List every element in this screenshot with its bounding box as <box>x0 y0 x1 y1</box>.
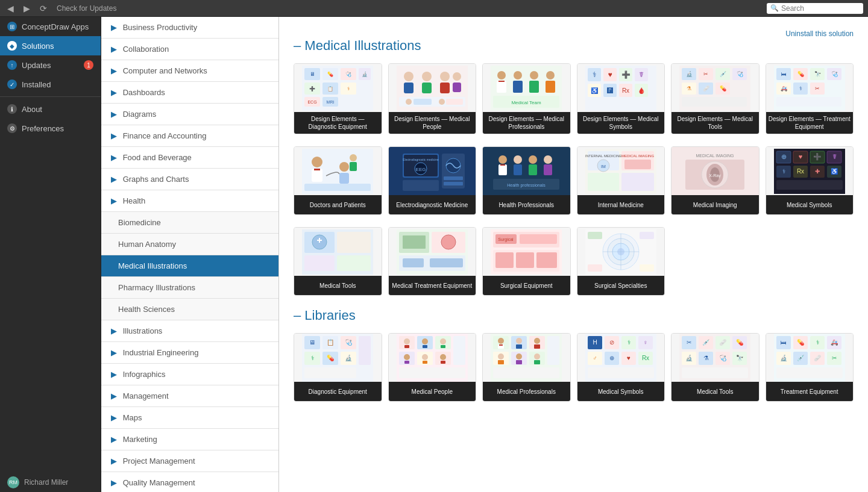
sec-item-graphs-icon: ▶ <box>111 175 117 184</box>
sec-item-illustrations[interactable]: ▶ Illustrations <box>101 320 278 342</box>
sec-item-project[interactable]: ▶ Project Management <box>101 450 278 472</box>
sec-item-industrial[interactable]: ▶ Industrial Engineering <box>101 342 278 364</box>
sidebar-item-apps[interactable]: ⊞ ConceptDraw Apps <box>0 17 101 36</box>
search-box[interactable]: 🔍 <box>767 3 863 14</box>
sec-item-marketing[interactable]: ▶ Marketing <box>101 429 278 450</box>
svg-rect-231 <box>441 361 445 364</box>
lib-card-people[interactable]: Medical People <box>388 333 477 402</box>
card-img-doctors <box>294 147 382 195</box>
card-electro[interactable]: Electrodiagnostic medicine EEG Electrodi… <box>388 146 477 215</box>
card-diagnostic-equipment[interactable]: 🖥 💊 🩺 ➕ 📋 ⚕ 🔬 ECG MRI Design Elements — … <box>294 63 382 134</box>
sec-sub-biomedicine-label: Biomedicine <box>118 218 161 227</box>
svg-text:📋: 📋 <box>327 338 335 346</box>
svg-text:Rx: Rx <box>622 87 629 94</box>
sidebar-item-updates[interactable]: ↑ Updates 1 <box>0 55 101 75</box>
sec-item-finance-label: Finance and Accounting <box>123 131 207 140</box>
card-label-r2-3: Internal Medicine <box>577 195 665 214</box>
sec-item-business[interactable]: ▶ Business Productivity <box>101 17 278 39</box>
main-layout: ⊞ ConceptDraw Apps ◆ Solutions ↑ Updates… <box>0 17 868 492</box>
lib-card-professionals[interactable]: Medical Professionals <box>482 333 571 402</box>
card-treatment-equip[interactable]: Medical Treatment Equipment <box>388 227 477 296</box>
svg-text:✂: ✂ <box>687 339 691 346</box>
solutions-icon: ◆ <box>7 41 17 51</box>
sec-item-health[interactable]: ▶ Health <box>101 190 278 212</box>
svg-text:Rx: Rx <box>642 355 649 361</box>
lib-card-diagnostic[interactable]: 🖥 📋 🩺 ⚕ 💊 🔬 Diagnostic Equipment <box>294 333 382 402</box>
section1-title: – Medical Illustrations <box>294 38 854 54</box>
svg-rect-195 <box>588 264 602 272</box>
card-medical-symbols[interactable]: ⚕ ♥ ➕ ☤ ♿ 🅿 Rx 🩸 Design Elements — Medic… <box>577 63 665 134</box>
card-surgical-specialties[interactable]: Surgical Specialties <box>577 227 665 296</box>
card-medical-imaging[interactable]: MEDICAL IMAGING X-Ray Medical Imaging <box>671 146 760 215</box>
sec-item-infographics[interactable]: ▶ Infographics <box>101 364 278 385</box>
lib-card-symbols[interactable]: H ⊘ ⚕ ♀ ♂ ⊕ ♥ Rx Medical Symbols <box>577 333 665 402</box>
card-medical-tools[interactable]: 🔬 ✂ 💉 🩺 ⚗ 🩹 💊 Design Elements — Medical … <box>671 63 760 134</box>
lib-card-treatment[interactable]: 🛏 💊 ⚕ 🚑 🔬 💉 🩹 ✂ Treatment Equipment <box>766 333 854 402</box>
sec-item-dashboards[interactable]: ▶ Dashboards <box>101 82 278 104</box>
secondary-sidebar: ▶ Business Productivity ▶ Collaboration … <box>101 17 279 492</box>
card-doctors-patients[interactable]: Doctors and Patients <box>294 146 382 215</box>
sec-sub-health-sciences[interactable]: Health Sciences <box>101 299 278 320</box>
svg-rect-94 <box>776 97 841 107</box>
card-treatment-equipment[interactable]: 🛏 💊 🔭 🩺 🚑 ⚕ ✂ Design Elements — Treatmen… <box>766 63 854 134</box>
search-input[interactable] <box>781 4 860 13</box>
svg-text:☤: ☤ <box>639 70 644 79</box>
sec-item-computer[interactable]: ▶ Computer and Networks <box>101 60 278 82</box>
back-button[interactable]: ◀ <box>5 2 16 14</box>
card-label-1: Design Elements — Medical People <box>389 112 476 134</box>
card-surgical-equipment[interactable]: Surgical Surgical Equipment <box>482 227 571 296</box>
svg-point-252 <box>534 353 540 360</box>
svg-rect-36 <box>498 81 505 82</box>
svg-rect-167 <box>337 232 371 253</box>
svg-point-249 <box>516 353 522 360</box>
svg-point-39 <box>530 71 538 79</box>
svg-point-29 <box>406 99 412 105</box>
lib-card-tools[interactable]: ✂ 💉 🩹 💊 🔬 ⚗ 🩺 🔭 Medical Tools <box>671 333 760 402</box>
svg-rect-135 <box>588 173 619 191</box>
sec-sub-pharmacy[interactable]: Pharmacy Illustrations <box>101 277 278 299</box>
sidebar-item-about[interactable]: ℹ About <box>0 99 101 119</box>
section2-title-text: – Libraries <box>294 308 356 323</box>
card-medical-professionals[interactable]: Medical Team Design Elements — Medical P… <box>482 63 571 134</box>
card-medical-people[interactable]: Design Elements — Medical People <box>388 63 477 134</box>
sec-item-food[interactable]: ▶ Food and Beverage <box>101 147 278 169</box>
svg-rect-25 <box>440 83 450 93</box>
card-medical-tools-r3[interactable]: Medical Tools <box>294 227 382 296</box>
svg-text:➕: ➕ <box>813 152 822 161</box>
sec-sub-medical-illustrations[interactable]: Medical Illustrations <box>101 255 278 277</box>
sec-item-graphs[interactable]: ▶ Graphs and Charts <box>101 169 278 190</box>
uninstall-container: Uninstall this solution <box>294 29 854 38</box>
svg-point-20 <box>404 72 414 81</box>
svg-point-31 <box>439 99 445 105</box>
sec-item-food-icon: ▶ <box>111 153 117 162</box>
svg-point-96 <box>312 157 322 167</box>
sec-item-finance[interactable]: ▶ Finance and Accounting <box>101 125 278 147</box>
sidebar-item-installed[interactable]: ✓ Installed <box>0 75 101 94</box>
sidebar-item-solutions[interactable]: ◆ Solutions <box>0 36 101 55</box>
uninstall-link[interactable]: Uninstall this solution <box>785 30 854 38</box>
svg-rect-136 <box>621 173 654 191</box>
sec-sub-biomedicine[interactable]: Biomedicine <box>101 212 278 234</box>
svg-rect-21 <box>404 83 414 93</box>
cards-row3: Medical Tools <box>294 227 854 296</box>
svg-rect-40 <box>529 81 539 93</box>
svg-rect-254 <box>547 336 559 365</box>
sec-item-quality[interactable]: ▶ Quality Management <box>101 472 278 492</box>
svg-text:🩺: 🩺 <box>345 338 353 346</box>
forward-button[interactable]: ▶ <box>21 2 33 14</box>
sidebar-item-prefs[interactable]: ⚙ Preferences <box>0 119 101 138</box>
card-label-r2-0: Doctors and Patients <box>294 195 382 214</box>
sec-item-collab[interactable]: ▶ Collaboration <box>101 39 278 60</box>
svg-text:ECG: ECG <box>308 100 317 104</box>
svg-text:MRI: MRI <box>327 100 335 104</box>
card-internal-medicine[interactable]: INTERNAL MEDICINE IM MEDICAL IMAGING Int… <box>577 146 665 215</box>
sec-item-diagrams[interactable]: ▶ Diagrams <box>101 104 278 125</box>
card-medical-symbols-r2[interactable]: ⊕ ♥ ➕ ☤ ⚕ Rx ✚ ♿ Medical Symbols <box>766 146 854 215</box>
refresh-button[interactable]: ⟳ <box>37 2 49 14</box>
card-health-professionals[interactable]: Health professionals Health Professional… <box>482 146 571 215</box>
sec-item-maps[interactable]: ▶ Maps <box>101 407 278 429</box>
sec-item-management[interactable]: ▶ Management <box>101 385 278 407</box>
svg-rect-101 <box>304 184 371 191</box>
lib-card-img-prof <box>483 334 570 382</box>
sec-sub-anatomy[interactable]: Human Anatomy <box>101 234 278 255</box>
